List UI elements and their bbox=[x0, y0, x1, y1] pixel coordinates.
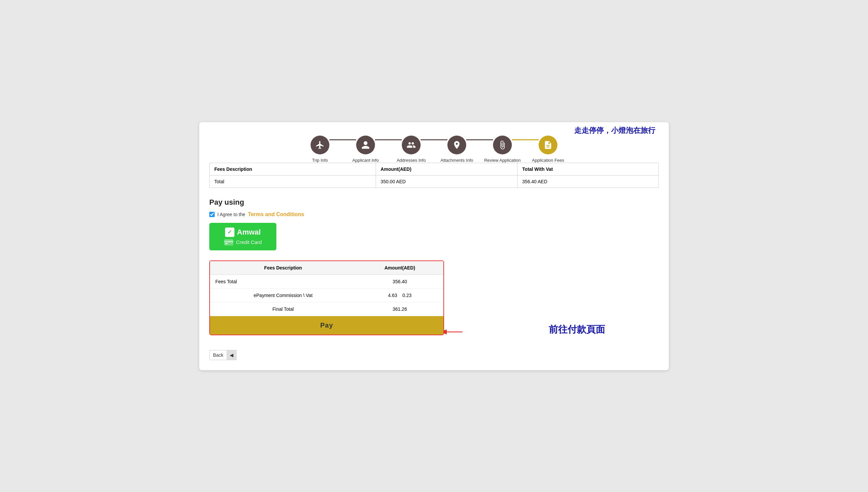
step-circle-attachments-info bbox=[447, 136, 466, 154]
red-arrow-icon bbox=[444, 328, 464, 336]
step-circle-addresses-info bbox=[402, 136, 421, 154]
chinese-annotation-bottom: 前往付款頁面 bbox=[549, 323, 605, 336]
agree-checkbox[interactable] bbox=[209, 212, 215, 217]
summary-final-total-amount: 361.26 bbox=[356, 302, 443, 316]
step-applicant-info bbox=[356, 136, 375, 154]
summary-fees-total-amount: 356.40 bbox=[356, 274, 443, 288]
agree-row: I Agree to the Terms and Conditions bbox=[209, 212, 659, 218]
page-container: 走走停停，小燈泡在旅行 bbox=[199, 122, 669, 370]
summary-final-total-desc: Final Total bbox=[210, 302, 356, 316]
person-icon bbox=[361, 140, 370, 150]
amwal-button[interactable]: Amwal Credit Card bbox=[209, 223, 277, 250]
svg-rect-1 bbox=[225, 241, 233, 242]
fees-table-top: Fees Description Amount(AED) Total With … bbox=[209, 163, 659, 188]
pay-using-title: Pay using bbox=[209, 198, 659, 207]
back-button-arrow: ◀ bbox=[227, 350, 236, 360]
label-trip-info: Trip Info bbox=[297, 158, 343, 163]
connector-5 bbox=[512, 139, 538, 140]
summary-header-description: Fees Description bbox=[210, 261, 356, 275]
step-circle-applicant-info bbox=[356, 136, 375, 154]
clip-icon bbox=[498, 140, 507, 150]
step-circle-review-application bbox=[493, 136, 512, 154]
summary-row-final-total: Final Total 361.26 bbox=[210, 302, 443, 316]
label-attachments-info: Attachments Info bbox=[434, 158, 480, 163]
label-review-application: Review Application bbox=[480, 158, 525, 163]
svg-rect-2 bbox=[225, 243, 228, 244]
plane-icon bbox=[315, 140, 325, 150]
document-icon bbox=[543, 140, 553, 150]
label-applicant-info: Applicant Info bbox=[343, 158, 388, 163]
credit-card-icon bbox=[224, 239, 233, 246]
label-addresses-info: Addresses Info bbox=[388, 158, 434, 163]
fees-row-total-amount: 350.00 AED bbox=[376, 175, 517, 188]
red-arrow-annotation bbox=[444, 328, 464, 336]
payment-summary-box: Fees Description Amount(AED) Fees Total … bbox=[209, 261, 444, 335]
summary-fees-total-desc: Fees Total bbox=[210, 274, 356, 288]
fees-row-total: Total 350.00 AED 356.40 AED bbox=[210, 175, 659, 188]
pay-button[interactable]: Pay bbox=[210, 316, 443, 335]
people-icon bbox=[406, 140, 416, 150]
step-circle-trip-info bbox=[311, 136, 330, 154]
summary-epayment-desc: ePayment Commission \ Vat bbox=[210, 288, 356, 302]
fees-row-total-description: Total bbox=[210, 175, 376, 188]
step-addresses-info bbox=[402, 136, 421, 154]
agree-text: I Agree to the bbox=[217, 212, 245, 217]
connector-1 bbox=[330, 139, 356, 140]
chinese-annotation-top: 走走停停，小燈泡在旅行 bbox=[574, 125, 655, 136]
connector-3 bbox=[421, 139, 447, 140]
stepper-labels: Trip Info Applicant Info Addresses Info … bbox=[209, 158, 659, 163]
payment-summary-wrapper: Fees Description Amount(AED) Fees Total … bbox=[209, 261, 444, 342]
summary-header-amount: Amount(AED) bbox=[356, 261, 443, 275]
pay-button-row: Pay bbox=[210, 316, 443, 335]
amwal-name: Amwal bbox=[237, 228, 261, 237]
back-button-container: Back ◀ bbox=[209, 350, 659, 360]
terms-link[interactable]: Terms and Conditions bbox=[248, 212, 304, 218]
fees-header-amount: Amount(AED) bbox=[376, 163, 517, 175]
amwal-logo-icon bbox=[225, 227, 234, 237]
credit-card-label: Credit Card bbox=[236, 239, 262, 245]
back-button[interactable]: Back ◀ bbox=[209, 350, 236, 360]
connector-2 bbox=[375, 139, 402, 140]
step-trip-info bbox=[311, 136, 330, 154]
step-application-fees bbox=[538, 136, 557, 154]
summary-row-fees-total: Fees Total 356.40 bbox=[210, 274, 443, 288]
connector-4 bbox=[466, 139, 493, 140]
pay-using-section: Pay using I Agree to the Terms and Condi… bbox=[209, 198, 659, 250]
summary-row-epayment: ePayment Commission \ Vat 4.63 0.23 bbox=[210, 288, 443, 302]
credit-card-row: Credit Card bbox=[224, 239, 262, 246]
stepper bbox=[209, 136, 659, 154]
step-circle-application-fees bbox=[538, 136, 557, 154]
fees-row-total-vat: 356.40 AED bbox=[518, 175, 659, 188]
amwal-logo-row: Amwal bbox=[225, 227, 261, 237]
fees-header-description: Fees Description bbox=[210, 163, 376, 175]
location-icon bbox=[452, 140, 462, 150]
summary-epayment-amount: 4.63 0.23 bbox=[356, 288, 443, 302]
payment-summary-table: Fees Description Amount(AED) Fees Total … bbox=[210, 261, 443, 316]
step-attachments-info bbox=[447, 136, 466, 154]
fees-header-total-vat: Total With Vat bbox=[518, 163, 659, 175]
label-application-fees: Application Fees bbox=[525, 158, 571, 163]
step-review-application bbox=[493, 136, 512, 154]
back-button-text: Back bbox=[210, 350, 227, 360]
